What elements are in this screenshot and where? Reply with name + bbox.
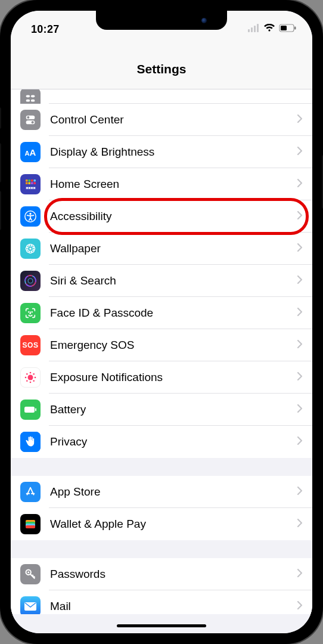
svg-rect-21 [31,182,33,185]
row-label: Privacy [50,435,297,448]
svg-rect-5 [281,26,287,30]
svg-rect-27 [33,187,35,189]
settings-row-passwords[interactable]: Passwords [11,558,312,590]
battery-settings-icon [20,400,41,420]
svg-rect-17 [31,179,33,182]
mail-icon [20,596,41,614]
svg-point-43 [28,278,33,284]
settings-row-accessibility[interactable]: Accessibility [11,200,312,233]
settings-row-wallet[interactable]: Wallet & Apple Pay [11,508,312,540]
row-label: Home Screen [50,178,297,191]
settings-row-home-screen[interactable]: Home Screen [11,168,312,200]
svg-rect-26 [31,187,33,189]
sos-icon: SOS [20,335,41,355]
row-label: Mail [50,600,297,613]
svg-rect-16 [29,179,31,182]
settings-row-siri[interactable]: Siri & Search [11,265,312,297]
settings-row-mail[interactable]: Mail [11,590,312,614]
svg-point-49 [30,382,32,383]
chevron-right-icon [297,486,303,498]
svg-point-34 [26,247,28,250]
svg-point-54 [26,380,28,382]
page-title: Settings [137,62,187,76]
settings-row-faceid[interactable]: Face ID & Passcode [11,297,312,329]
home-screen-icon [20,174,41,194]
row-label: Face ID & Passcode [50,306,297,320]
svg-point-50 [25,377,27,379]
svg-rect-24 [26,187,28,189]
svg-point-47 [28,375,33,380]
svg-rect-8 [31,95,35,98]
general-icon [20,89,41,104]
volume-up [0,143,1,182]
svg-rect-20 [29,182,31,185]
wifi-icon [263,24,275,35]
chevron-right-icon [297,178,303,190]
chevron-right-icon [297,600,303,612]
svg-rect-56 [24,407,35,413]
svg-point-33 [29,251,32,253]
row-label: Emergency SOS [50,339,297,352]
svg-rect-6 [294,27,296,30]
svg-point-45 [29,312,29,312]
display-icon: AA [20,142,41,162]
svg-rect-25 [29,187,30,189]
row-label: Siri & Search [50,274,297,287]
svg-point-31 [29,247,32,250]
exposure-icon [20,367,41,388]
svg-point-69 [27,571,29,573]
settings-group: App Store Wallet & Apple Pay [11,476,312,540]
row-label: Control Center [50,113,297,126]
svg-rect-15 [26,179,28,182]
svg-rect-57 [35,408,36,411]
chevron-right-icon [297,568,303,580]
chevron-right-icon [297,146,303,158]
settings-row-appstore[interactable]: App Store [11,476,312,508]
row-label: Wallpaper [50,242,297,255]
siri-icon [20,271,41,291]
settings-list[interactable]: Control Center AA Display & Brightness [11,89,312,633]
chevron-right-icon [297,210,303,222]
svg-point-51 [35,377,36,379]
chevron-right-icon [297,114,303,126]
accessibility-icon [20,206,41,227]
control-center-icon [20,110,41,130]
svg-rect-10 [31,100,35,102]
settings-row-privacy[interactable]: Privacy [11,426,312,458]
settings-row-battery[interactable]: Battery [11,394,312,426]
phone-frame: 10:27 Settings [0,0,323,644]
row-label: Exposure Notifications [50,371,297,384]
svg-rect-9 [26,100,30,102]
appstore-icon [20,482,41,502]
chevron-right-icon [297,518,303,530]
settings-row-general[interactable] [11,89,312,104]
faceid-icon [20,303,41,323]
svg-rect-2 [254,26,256,32]
status-time: 10:27 [31,23,60,36]
settings-row-control-center[interactable]: Control Center [11,104,312,136]
home-indicator[interactable] [117,624,206,627]
svg-point-55 [33,380,35,382]
settings-row-display[interactable]: AA Display & Brightness [11,136,312,168]
notch [96,11,227,30]
svg-rect-19 [26,182,28,185]
chevron-right-icon [297,275,303,287]
mute-switch [0,107,1,129]
svg-rect-0 [248,29,250,32]
chevron-right-icon [297,404,303,416]
chevron-right-icon [297,243,303,255]
svg-rect-1 [251,27,253,32]
settings-row-wallpaper[interactable]: Wallpaper [11,233,312,265]
chevron-right-icon [297,371,303,383]
wallpaper-icon [20,239,41,259]
row-label: Battery [50,403,297,416]
row-label: Display & Brightness [50,145,297,159]
settings-row-sos[interactable]: SOS Emergency SOS [11,329,312,361]
svg-point-36 [27,245,29,247]
chevron-right-icon [297,436,303,448]
settings-row-exposure[interactable]: Exposure Notifications [11,361,312,394]
privacy-hand-icon [20,432,41,452]
svg-rect-18 [34,179,36,182]
row-label: App Store [50,485,297,499]
svg-rect-3 [257,24,259,32]
